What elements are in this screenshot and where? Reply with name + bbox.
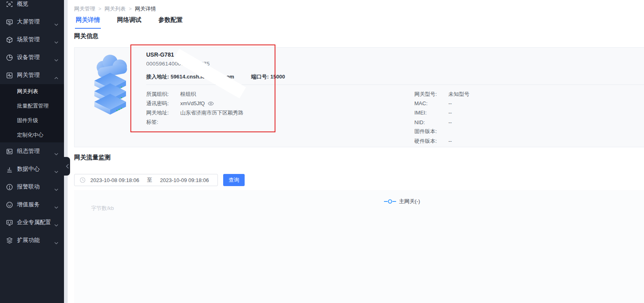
chevron-down-icon bbox=[54, 239, 58, 242]
detail-value: 根组织 bbox=[180, 91, 196, 98]
tab-network-debug[interactable]: 网络调试 bbox=[117, 16, 141, 29]
detail-label: 标签: bbox=[146, 119, 180, 126]
bigscreen-icon bbox=[6, 19, 13, 25]
detail-value: -- bbox=[448, 100, 452, 106]
chevron-down-icon bbox=[54, 56, 58, 59]
submenu-label: 固件升级 bbox=[17, 117, 38, 124]
port-label: 端口号: bbox=[251, 74, 269, 80]
service-icon bbox=[6, 201, 13, 208]
chevron-down-icon bbox=[54, 221, 58, 224]
sidebar-item-label: 网关管理 bbox=[17, 72, 54, 79]
detail-row-tags: 标签: bbox=[146, 118, 243, 127]
traffic-chart: 字节数/kb 主网关(-) bbox=[74, 190, 644, 303]
gateway-model-title: USR-G781 bbox=[146, 51, 174, 58]
detail-row-firmware: 固件版本: bbox=[414, 127, 469, 136]
main-content: 网关管理 > 网关列表 > 网关详情 网关详情 网络调试 参数配置 网关信息 bbox=[68, 0, 644, 303]
tab-bar: 网关详情 网络调试 参数配置 bbox=[76, 16, 183, 29]
date-end-value[interactable]: 2023-10-09 09:18:06 bbox=[160, 177, 209, 183]
detail-value: -- bbox=[448, 138, 452, 144]
sidebar-gutter bbox=[64, 0, 68, 303]
sidebar-item-extension[interactable]: 扩展功能 bbox=[0, 231, 64, 249]
detail-label: NID: bbox=[414, 119, 448, 125]
access-address-right: cp.com bbox=[216, 74, 235, 80]
password-value: xmVd5JfQ bbox=[180, 100, 205, 106]
detail-value: xmVd5JfQ bbox=[180, 100, 214, 106]
sidebar: 概览 大屏管理 场景管理 设备管理 bbox=[0, 0, 64, 303]
chart-legend-main-gateway[interactable]: 主网关(-) bbox=[384, 198, 420, 205]
sidebar-item-datacenter[interactable]: 数据中心 bbox=[0, 160, 64, 178]
detail-label: 网关型号: bbox=[414, 91, 448, 98]
detail-label: MAC: bbox=[414, 100, 448, 106]
sidebar-item-label: 报警联动 bbox=[17, 183, 54, 191]
detail-row-imei: IMEI: -- bbox=[414, 108, 469, 117]
scene-icon bbox=[6, 36, 13, 43]
sidebar-item-label: 增值服务 bbox=[17, 201, 54, 208]
sidebar-item-firmware-upgrade[interactable]: 固件升级 bbox=[0, 113, 64, 128]
sidebar-item-scene[interactable]: 场景管理 bbox=[0, 31, 64, 49]
tab-parameter-config[interactable]: 参数配置 bbox=[158, 16, 183, 29]
sidebar-item-alarm[interactable]: 报警联动 bbox=[0, 178, 64, 196]
sidebar-item-label: 设备管理 bbox=[17, 54, 54, 61]
sidebar-item-value-added[interactable]: 增值服务 bbox=[0, 196, 64, 214]
legend-label: 主网关(-) bbox=[399, 198, 420, 205]
breadcrumb-gateway-list[interactable]: 网关列表 bbox=[104, 5, 126, 13]
detail-row-hardware: 硬件版本: -- bbox=[414, 136, 469, 146]
gateway-info-title: 网关信息 bbox=[74, 32, 98, 40]
submenu-label: 批量配置管理 bbox=[17, 102, 49, 110]
query-button[interactable]: 查询 bbox=[223, 174, 245, 186]
breadcrumb-gateway-management[interactable]: 网关管理 bbox=[74, 5, 95, 13]
eye-icon[interactable] bbox=[208, 101, 214, 106]
sidebar-item-gateway[interactable]: 网关管理 bbox=[0, 66, 64, 84]
sidebar-item-label: 大屏管理 bbox=[17, 18, 54, 25]
sidebar-item-overview[interactable]: 概览 bbox=[0, 0, 64, 13]
gateway-icon bbox=[6, 72, 13, 79]
submenu-label: 网关列表 bbox=[17, 88, 38, 95]
traffic-toolbar: 2023-10-08 09:18:06 至 2023-10-09 09:18:0… bbox=[74, 174, 245, 186]
detail-label: 网关地址: bbox=[146, 109, 180, 117]
detail-row-gateway-address: 网关地址: 山东省济南市历下区颖秀路 bbox=[146, 108, 243, 117]
sidebar-item-enterprise-config[interactable]: 企业专属配置 bbox=[0, 214, 64, 231]
access-address-left: 59614.cnsh.io bbox=[171, 74, 205, 80]
date-range-separator: 至 bbox=[142, 176, 157, 184]
sidebar-menu: 概览 大屏管理 场景管理 设备管理 bbox=[0, 0, 64, 249]
datacenter-icon bbox=[6, 166, 13, 173]
port-value: 15000 bbox=[270, 74, 285, 80]
access-address-label: 接入地址: bbox=[146, 74, 169, 80]
overview-icon bbox=[6, 1, 13, 8]
breadcrumb: 网关管理 > 网关列表 > 网关详情 bbox=[74, 5, 156, 13]
gateway-details-right: 网关型号: 未知型号 MAC: -- IMEI: -- NID: -- 固件版本… bbox=[414, 89, 469, 146]
detail-row-mac: MAC: -- bbox=[414, 99, 469, 108]
sidebar-item-gateway-list[interactable]: 网关列表 bbox=[0, 84, 64, 99]
sidebar-item-customization-center[interactable]: 定制化中心 bbox=[0, 128, 64, 142]
detail-label: IMEI: bbox=[414, 110, 448, 116]
device-icon bbox=[6, 54, 13, 61]
gateway-id-left: 00059614000000 bbox=[146, 61, 190, 67]
sidebar-item-bigscreen[interactable]: 大屏管理 bbox=[0, 13, 64, 31]
gateway-info-panel: USR-G781 00059614000000475 接入地址:59614.cn… bbox=[74, 47, 644, 147]
breadcrumb-separator-icon: > bbox=[129, 6, 132, 12]
sidebar-item-label: 数据中心 bbox=[17, 165, 54, 173]
extension-icon bbox=[6, 237, 13, 244]
gateway-id-right: 475 bbox=[200, 61, 209, 67]
date-range-picker[interactable]: 2023-10-08 09:18:06 至 2023-10-09 09:18:0… bbox=[74, 174, 218, 186]
chevron-down-icon bbox=[54, 186, 58, 188]
panel-divider bbox=[146, 85, 644, 85]
detail-row-model: 网关型号: 未知型号 bbox=[414, 89, 469, 99]
sidebar-item-batch-config[interactable]: 批量配置管理 bbox=[0, 99, 64, 113]
breadcrumb-separator-icon: > bbox=[98, 6, 101, 12]
sidebar-item-label: 概览 bbox=[17, 0, 58, 8]
chevron-down-icon bbox=[54, 150, 58, 153]
chart-y-axis-label: 字节数/kb bbox=[91, 205, 114, 212]
chevron-up-icon bbox=[54, 74, 58, 76]
breadcrumb-gateway-detail: 网关详情 bbox=[135, 5, 156, 13]
gateway-details-left: 所属组织: 根组织 通讯密码: xmVd5JfQ 网关地址: 山东省济南市历下区… bbox=[146, 89, 243, 127]
sidebar-item-hmi[interactable]: 组态管理 bbox=[0, 142, 64, 160]
line-series-legend-icon bbox=[384, 199, 396, 204]
sidebar-collapse-handle[interactable] bbox=[64, 157, 70, 176]
sidebar-item-device[interactable]: 设备管理 bbox=[0, 49, 64, 66]
gateway-id: 00059614000000475 bbox=[146, 61, 210, 67]
tab-gateway-detail[interactable]: 网关详情 bbox=[76, 16, 100, 29]
gateway-submenu: 网关列表 批量配置管理 固件升级 定制化中心 bbox=[0, 84, 64, 142]
date-start-value[interactable]: 2023-10-08 09:18:06 bbox=[90, 177, 142, 183]
traffic-monitor-title: 网关流量监测 bbox=[74, 154, 111, 161]
